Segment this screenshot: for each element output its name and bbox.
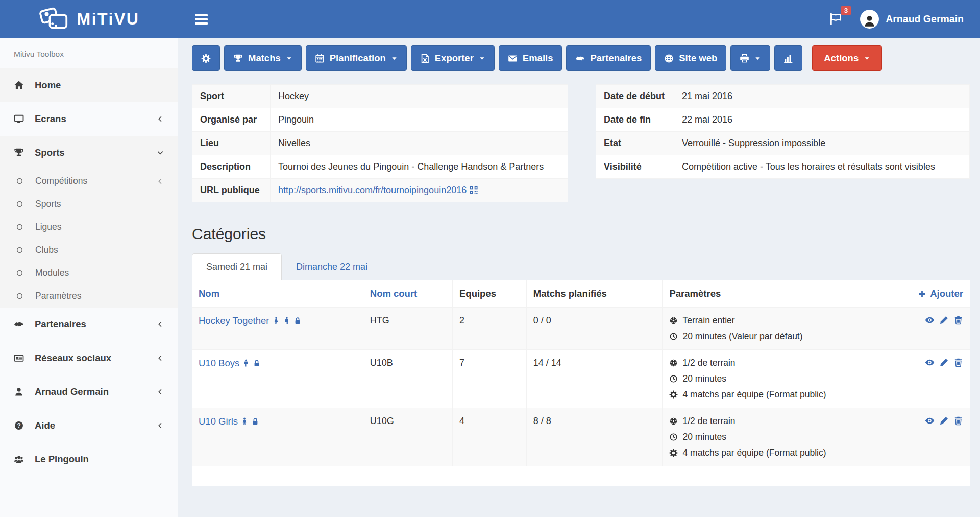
chevron-left-icon [157, 355, 164, 362]
settings-button[interactable] [192, 45, 220, 71]
toolbar: MatchsPlanificationExporterEmailsPartena… [192, 45, 970, 71]
param-text: 20 minutes [682, 432, 726, 442]
sidebar-item-ecrans[interactable]: Ecrans [0, 102, 178, 136]
param-line: 20 minutes [669, 373, 900, 384]
category-actions-cell [908, 308, 970, 350]
detail-value: 21 mai 2016 [674, 85, 970, 108]
sidebar-subitem-modules[interactable]: Modules [0, 262, 178, 285]
calendar-icon [315, 54, 325, 63]
sidebar-subitem-competitions[interactable]: Compétitions [0, 170, 178, 193]
sidebar-item-aide[interactable]: ?Aide [0, 409, 178, 442]
detail-label: URL publique [192, 179, 271, 202]
detail-label: Etat [596, 132, 674, 155]
param-text: 20 minutes (Valeur par défaut) [682, 331, 802, 342]
print-button[interactable] [730, 45, 770, 71]
category-name-link[interactable]: U10 Girls [199, 416, 238, 427]
category-name-link[interactable]: Hockey Together [199, 315, 270, 326]
sidebar-item-reseaux-sociaux[interactable]: Réseaux sociaux [0, 341, 178, 375]
users-icon [14, 454, 27, 464]
circle-o-icon [16, 177, 28, 185]
add-category-button[interactable]: Ajouter [915, 288, 963, 299]
female-icon [240, 417, 249, 426]
param-line: Terrain entier [669, 315, 900, 326]
stats-button[interactable] [774, 45, 802, 71]
svg-text:?: ? [17, 422, 20, 429]
detail-value: Hockey [271, 85, 568, 108]
handshake-icon [575, 54, 585, 63]
exporter-button[interactable]: Exporter [411, 45, 495, 71]
categories-table: NomNom courtEquipesMatchs planifiésParam… [192, 280, 970, 486]
actions-button[interactable]: Actions [812, 45, 882, 71]
delete-button[interactable] [953, 315, 963, 325]
circle-o-icon [16, 269, 28, 277]
sidebar-item-label: Ecrans [35, 113, 66, 125]
sidebar-subitem-label: Ligues [35, 222, 62, 232]
tab-day-1[interactable]: Samedi 21 mai [192, 253, 282, 280]
plus-icon [918, 290, 926, 298]
sidebar-subitem-parametres[interactable]: Paramètres [0, 285, 178, 308]
view-button[interactable] [925, 416, 935, 426]
matchs-button[interactable]: Matchs [224, 45, 302, 71]
column-header-nom[interactable]: Nom [192, 280, 363, 308]
hamburger-icon [195, 14, 208, 25]
category-row-partial-cell [192, 466, 970, 486]
detail-row: Date de fin22 mai 2016 [596, 108, 970, 132]
detail-value: Nivelles [271, 132, 568, 155]
button-label: Partenaires [590, 53, 642, 64]
sidebar-item-sports[interactable]: Sports [0, 136, 178, 170]
edit-button[interactable] [939, 315, 949, 325]
partenaires-button[interactable]: Partenaires [566, 45, 651, 71]
mitivu-logo[interactable]: MiTiVU [0, 0, 178, 38]
handshake-icon [14, 319, 27, 330]
sidebar-item-partenaires[interactable]: Partenaires [0, 308, 178, 341]
public-url-link[interactable]: http://sports.mitivu.com/fr/tournoipingo… [278, 185, 467, 195]
delete-button[interactable] [953, 416, 963, 426]
sidebar-item-le-pingouin[interactable]: Le Pingouin [0, 442, 178, 476]
category-name-link[interactable]: U10 Boys [199, 358, 239, 368]
category-teams-count: 4 [453, 408, 527, 466]
mitivu-logo-icon [39, 6, 70, 33]
lock-icon [293, 317, 302, 325]
category-row-partial [192, 466, 970, 486]
category-params-cell: Terrain entier20 minutes (Valeur par déf… [663, 308, 908, 350]
view-button[interactable] [925, 315, 935, 325]
row-actions [915, 358, 963, 367]
chevron-left-icon [157, 321, 164, 328]
delete-button[interactable] [953, 358, 963, 367]
emails-button[interactable]: Emails [499, 45, 562, 71]
circle-o-icon [16, 223, 28, 231]
qr-icon[interactable] [469, 185, 478, 195]
detail-label: Description [192, 155, 271, 179]
user-menu[interactable]: Arnaud Germain [860, 10, 964, 29]
category-matches-planned: 8 / 8 [526, 408, 663, 466]
detail-value: http://sports.mitivu.com/fr/tournoipingo… [271, 179, 568, 202]
view-button[interactable] [925, 358, 935, 367]
user-name: Arnaud Germain [886, 13, 964, 25]
column-header-nom-court[interactable]: Nom court [363, 280, 452, 308]
category-actions-cell [908, 408, 970, 466]
site-web-button[interactable]: Site web [655, 45, 726, 71]
sidebar-subitem-clubs[interactable]: Clubs [0, 239, 178, 262]
sidebar-item-home[interactable]: Home [0, 68, 178, 102]
sidebar-group-sports: SportsCompétitionsSportsLiguesClubsModul… [0, 136, 178, 308]
sidebar-toggle-button[interactable] [192, 9, 211, 30]
tournament-details: SportHockeyOrganisé parPingouinLieuNivel… [192, 84, 970, 202]
button-label: Site web [679, 53, 717, 64]
sidebar-item-arnaud-germain[interactable]: Arnaud Germain [0, 375, 178, 409]
planification-button[interactable]: Planification [306, 45, 407, 71]
tab-day-2[interactable]: Dimanche 22 mai [282, 253, 382, 280]
row-actions [915, 315, 963, 325]
category-params-cell: 1/2 de terrain20 minutes4 matchs par équ… [663, 408, 908, 466]
caret-down-icon [754, 55, 761, 62]
brand-name: MiTiVU [77, 10, 140, 29]
printer-icon [740, 54, 749, 63]
edit-button[interactable] [939, 358, 949, 367]
file-excel-icon [420, 54, 430, 63]
sidebar-subitem-ligues[interactable]: Ligues [0, 216, 178, 239]
circle-o-icon [16, 200, 28, 208]
circle-o-icon [16, 246, 28, 254]
param-text: 1/2 de terrain [682, 416, 735, 427]
sidebar-subitem-sports-sub[interactable]: Sports [0, 193, 178, 216]
notifications-button[interactable]: 3 [827, 10, 845, 28]
edit-button[interactable] [939, 416, 949, 426]
